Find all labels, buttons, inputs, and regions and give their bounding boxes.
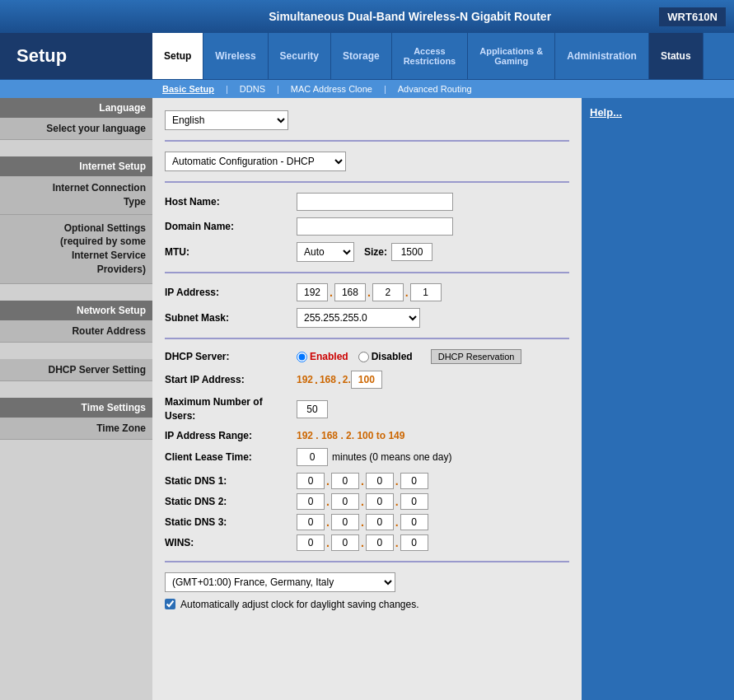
dns1-label: Static DNS 1: [165,475,297,487]
mtu-select[interactable]: Auto Manual [297,242,354,262]
mtu-size-input[interactable] [391,243,432,261]
sidebar-header-internet: Internet Setup [0,156,152,176]
nav-tab-admin[interactable]: Administration [555,33,649,79]
sidebar-item-timezone[interactable]: Time Zone [0,418,152,440]
ip-part-4[interactable] [410,283,442,301]
size-label: Size: [364,246,387,258]
dns3-row: Static DNS 3: . . . [165,514,569,530]
domainname-row: Domain Name: [165,217,569,236]
dhcp-disabled-label: Disabled [372,351,413,362]
dhcp-enabled-label: Enabled [310,351,348,362]
sub-nav-mac[interactable]: MAC Address Clone [281,80,382,98]
dns3-part1[interactable] [297,514,325,530]
router-title: Simultaneous Dual-Band Wireless-N Gigabi… [161,10,659,23]
mtu-row: MTU: Auto Manual Size: [165,242,569,262]
dns2-part2[interactable] [331,493,359,510]
dns3-part4[interactable] [400,514,428,530]
dhcp-section: DHCP Server: Enabled Disabled DHCP Reser… [165,349,569,551]
nav-tab-setup[interactable]: Setup [152,33,203,79]
dhcp-reservation-button[interactable]: DHCP Reservation [431,349,522,364]
hostname-input[interactable] [297,193,453,211]
ip-range-label: IP Address Range: [165,430,297,441]
sidebar-item-router[interactable]: Router Address [0,320,152,343]
main-content: English Automatic Configuration - DHCP H… [152,98,582,700]
nav-tabs: Setup Wireless Security Storage AccessRe… [152,33,734,79]
body-layout: Language Select your language Internet S… [0,98,734,700]
dhcp-server-label: DHCP Server: [165,351,297,362]
sub-nav-basic[interactable]: Basic Setup [152,80,224,98]
dhcp-radio-group: Enabled Disabled DHCP Reservation [297,349,521,364]
nav-tab-apps[interactable]: Applications &Gaming [468,33,555,79]
sidebar-item-language[interactable]: Select your language [0,118,152,140]
dns2-part1[interactable] [297,493,325,510]
max-users-row: Maximum Number ofUsers: [165,395,569,423]
language-select[interactable]: English [165,110,288,130]
dns3-part3[interactable] [366,514,394,530]
start-ip-last[interactable] [351,371,382,389]
wins-part4[interactable] [400,534,428,551]
wins-part1[interactable] [297,534,325,551]
ip-part-1[interactable] [297,283,328,301]
sub-nav: Basic Setup | DDNS | MAC Address Clone |… [0,79,734,98]
sidebar-item-optional[interactable]: Optional Settings(required by someIntern… [0,215,152,284]
ip-part-2[interactable] [334,283,366,301]
timezone-row: (GMT+01:00) France, Germany, Italy [165,572,569,592]
sidebar-header-language: Language [0,98,152,118]
timezone-select[interactable]: (GMT+01:00) France, Germany, Italy [165,572,395,592]
help-link[interactable]: Help... [590,106,622,119]
language-row: English [165,110,569,130]
ip-address-label: IP Address: [165,287,297,298]
network-setup-section: IP Address: . . . Subnet Mask: 255.255.2… [165,283,569,328]
max-users-label: Maximum Number ofUsers: [165,395,297,423]
nav-tab-wireless[interactable]: Wireless [203,33,268,79]
dns1-part3[interactable] [366,473,394,489]
dns1-part1[interactable] [297,473,325,489]
nav-logo: Setup [0,33,152,79]
connection-type-row: Automatic Configuration - DHCP [165,152,569,171]
dns1-part2[interactable] [331,473,359,489]
ip-range-value: 192 . 168 . 2. 100 to 149 [297,430,404,441]
mtu-label: MTU: [165,246,297,258]
nav-tab-access[interactable]: AccessRestrictions [392,33,469,79]
nav-tab-status[interactable]: Status [649,33,704,79]
sidebar-header-time: Time Settings [0,398,152,418]
client-lease-input[interactable] [297,448,328,466]
sidebar-item-dhcp[interactable]: DHCP Server Setting [0,359,152,381]
dhcp-enabled-radio[interactable] [297,352,307,362]
ip-part-3[interactable] [372,283,404,301]
dns1-part4[interactable] [400,473,428,489]
sidebar-item-connection[interactable]: Internet ConnectionType [0,176,152,215]
daylight-label: Automatically adjust clock for daylight … [180,599,418,610]
subnet-row: Subnet Mask: 255.255.255.0 [165,308,569,328]
main-nav: Setup Setup Wireless Security Storage Ac… [0,33,734,79]
wins-part3[interactable] [366,534,394,551]
daylight-row: Automatically adjust clock for daylight … [165,599,569,610]
dns3-part2[interactable] [331,514,359,530]
lease-suffix: minutes (0 means one day) [332,451,451,463]
subnet-select[interactable]: 255.255.255.0 [297,308,420,328]
nav-tab-security[interactable]: Security [269,33,331,79]
daylight-checkbox[interactable] [165,599,175,609]
language-section: English [165,110,569,130]
nav-tab-storage[interactable]: Storage [331,33,392,79]
internet-setup-section: Automatic Configuration - DHCP [165,152,569,171]
client-lease-row: Client Lease Time: minutes (0 means one … [165,448,569,466]
max-users-input[interactable] [297,400,328,418]
wins-row: WINS: . . . [165,534,569,551]
dns2-part3[interactable] [366,493,394,510]
time-settings-section: (GMT+01:00) France, Germany, Italy Autom… [165,572,569,610]
sub-nav-routing[interactable]: Advanced Routing [388,80,482,98]
hostname-row: Host Name: [165,193,569,211]
start-ip-label: Start IP Address: [165,374,297,385]
wins-part2[interactable] [331,534,359,551]
sidebar: Language Select your language Internet S… [0,98,152,700]
dns2-row: Static DNS 2: . . . [165,493,569,510]
dns3-label: Static DNS 3: [165,516,297,528]
connection-type-select[interactable]: Automatic Configuration - DHCP [165,152,346,171]
dns2-part4[interactable] [400,493,428,510]
dhcp-disabled-radio[interactable] [358,352,369,362]
ip-address-row: IP Address: . . . [165,283,569,301]
domainname-input[interactable] [297,217,453,236]
dns2-label: Static DNS 2: [165,496,297,507]
sub-nav-ddns[interactable]: DDNS [230,80,275,98]
